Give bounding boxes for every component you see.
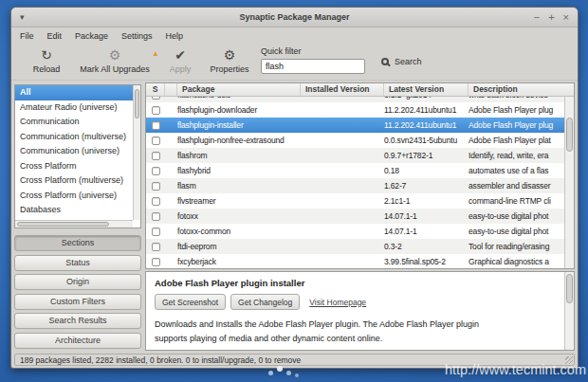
package-description: command-line RTMP cli <box>469 193 564 209</box>
sidebar-button-sections[interactable]: Sections <box>14 235 141 251</box>
package-checkbox[interactable] <box>152 152 160 160</box>
menu-item-edit[interactable]: Edit <box>41 29 69 43</box>
section-item-cross-platform-multiverse[interactable]: Cross Platform (multiverse) <box>15 173 133 189</box>
column-header-package[interactable]: Package <box>177 83 301 96</box>
latest-version: 0.0.svn2431-5ubuntu <box>384 133 469 148</box>
get-changelog-button[interactable]: Get Changelog <box>230 294 300 310</box>
package-description: Adobe Flash Player plat <box>469 133 564 148</box>
scrollbar-thumb[interactable] <box>566 274 573 303</box>
desktop-dot <box>268 371 273 375</box>
minimize-button[interactable]: − <box>534 12 540 23</box>
table-row[interactable]: fotoxx-common 14.07.1-1 easy-to-use digi… <box>146 224 564 239</box>
section-item-databases[interactable]: Databases <box>15 203 133 218</box>
package-table: S Package Installed Version Latest Versi… <box>145 82 575 269</box>
table-row[interactable]: flashybrid 0.18 automates use of a flas <box>146 163 564 178</box>
latest-version: 3.99.5final.sp05-2 <box>384 254 469 268</box>
quick-filter-input[interactable] <box>261 59 365 74</box>
section-item-communication[interactable]: Communication <box>15 115 133 130</box>
latest-version: 0.3-2 <box>384 239 469 254</box>
get-screenshot-button[interactable]: Get Screenshot <box>155 294 226 310</box>
menu-item-settings[interactable]: Settings <box>115 29 159 43</box>
section-item-amateur-radio-universe[interactable]: Amateur Radio (universe) <box>15 100 133 116</box>
package-checkbox[interactable] <box>152 106 160 115</box>
latest-version: 14.07.1-1 <box>384 224 469 239</box>
package-description: easy-to-use digital phot <box>469 224 564 239</box>
details-description: Downloads and Installs the Adobe Flash P… <box>155 318 487 346</box>
package-checkbox[interactable] <box>152 136 160 145</box>
table-row[interactable]: flvstreamer 2.1c1-1 command-line RTMP cl… <box>146 193 564 209</box>
package-checkbox[interactable] <box>152 167 160 175</box>
package-description: automates use of a flas <box>469 163 564 178</box>
table-row[interactable]: flashplugin-downloader 11.2.202.411ubunt… <box>146 102 564 118</box>
column-header-status[interactable]: S <box>146 83 165 96</box>
package-checkbox[interactable] <box>152 97 160 100</box>
table-row[interactable]: flashrom 0.9.7+r1782-1 Identify, read, w… <box>146 148 564 163</box>
latest-version: 11.2.202.411ubuntu1 <box>384 102 469 118</box>
sidebar-button-architecture[interactable]: Architecture <box>14 333 141 349</box>
sections-vertical-scrollbar[interactable] <box>133 85 140 220</box>
package-description: easy-to-use digital phot <box>469 209 564 224</box>
mark-all-upgrades-icon: ⚙▲ <box>72 47 157 64</box>
package-checkbox[interactable] <box>152 121 160 130</box>
package-description: Adobe Flash Player plug <box>469 118 564 133</box>
mark-all-upgrades-button[interactable]: ⚙▲ Mark All Upgrades <box>72 47 157 74</box>
package-checkbox[interactable] <box>152 243 160 251</box>
details-vertical-scrollbar[interactable] <box>564 272 574 350</box>
table-row[interactable]: fotoxx 14.07.1-1 easy-to-use digital pho… <box>146 209 564 224</box>
column-header-description[interactable]: Description <box>469 83 574 96</box>
window-menu-arrow-icon[interactable]: ▾ <box>20 12 25 22</box>
package-name: flashplugin-downloader <box>177 102 301 118</box>
latest-version: 2.1c1-1 <box>384 193 469 209</box>
scrollbar-thumb[interactable] <box>566 118 573 152</box>
apply-button[interactable]: ✔ Apply <box>159 47 201 74</box>
menu-item-package[interactable]: Package <box>68 29 115 43</box>
scrollbar-thumb[interactable] <box>135 89 139 118</box>
menu-item-file[interactable]: File <box>13 29 41 43</box>
watermark: http://www.tecmint.com <box>445 362 586 377</box>
section-item-communication-universe[interactable]: Communication (universe) <box>15 144 133 159</box>
table-row[interactable]: ftdi-eeprom 0.3-2 Tool for reading/erasi… <box>146 239 564 254</box>
column-header-latest-version[interactable]: Latest Version <box>384 83 469 96</box>
package-checkbox[interactable] <box>152 227 160 236</box>
sidebar-button-status[interactable]: Status <box>14 255 141 271</box>
menu-item-help[interactable]: Help <box>159 29 191 43</box>
section-item-cross-platform[interactable]: Cross Platform <box>15 159 133 174</box>
reload-button[interactable]: ↻ Reload <box>23 47 70 74</box>
reload-icon: ↻ <box>23 47 70 64</box>
latest-version: 0.18 <box>384 163 469 178</box>
menubar: FileEditPackageSettingsHelp <box>11 27 578 45</box>
scrollbar-thumb[interactable] <box>17 222 109 227</box>
sidebar-button-custom-filters[interactable]: Custom Filters <box>14 294 141 310</box>
sections-horizontal-scrollbar[interactable] <box>15 220 133 227</box>
package-checkbox[interactable] <box>152 197 160 206</box>
sidebar-button-origin[interactable]: Origin <box>14 274 141 290</box>
table-vertical-scrollbar[interactable] <box>564 97 574 268</box>
quick-filter-label: Quick filter <box>261 46 302 56</box>
table-row[interactable]: flashplugin-nonfree-extrasound 0.0.svn24… <box>146 133 564 148</box>
sidebar-button-search-results[interactable]: Search Results <box>14 313 141 329</box>
column-header-icon[interactable] <box>165 83 177 96</box>
package-checkbox[interactable] <box>152 182 160 191</box>
section-item-cross-platform-universe[interactable]: Cross Platform (universe) <box>15 189 133 204</box>
package-name: fotoxx-common <box>177 224 301 239</box>
sidebar-buttons: SectionsStatusOriginCustom FiltersSearch… <box>14 235 141 352</box>
close-button[interactable]: × <box>563 12 569 23</box>
table-row[interactable]: flasm 1.62-7 assembler and disasser <box>146 178 564 193</box>
titlebar[interactable]: ▾ Synaptic Package Manager − + × <box>11 8 578 27</box>
table-row[interactable]: fxcyberjack 3.99.5final.sp05-2 Graphical… <box>146 254 564 268</box>
package-description: Adobe Flash Player plug <box>469 102 564 118</box>
properties-button[interactable]: ⚙ Properties <box>203 47 256 74</box>
column-header-installed-version[interactable]: Installed Version <box>301 83 384 96</box>
table-row[interactable]: flashplugin-installer 11.2.202.411ubuntu… <box>146 118 564 133</box>
package-checkbox[interactable] <box>152 258 160 266</box>
section-item-communication-multiverse[interactable]: Communication (multiverse) <box>15 130 133 145</box>
section-item-all[interactable]: All <box>15 85 133 100</box>
latest-version: 1.62-7 <box>384 178 469 193</box>
search-icon <box>381 58 389 65</box>
package-name: fotoxx <box>177 209 301 224</box>
visit-homepage-link[interactable]: Visit Homepage <box>309 298 366 307</box>
search-button[interactable]: Search <box>381 57 422 66</box>
package-checkbox[interactable] <box>152 212 160 221</box>
latest-version: 11.2.202.411ubuntu1 <box>384 118 469 133</box>
maximize-button[interactable]: + <box>548 12 554 23</box>
